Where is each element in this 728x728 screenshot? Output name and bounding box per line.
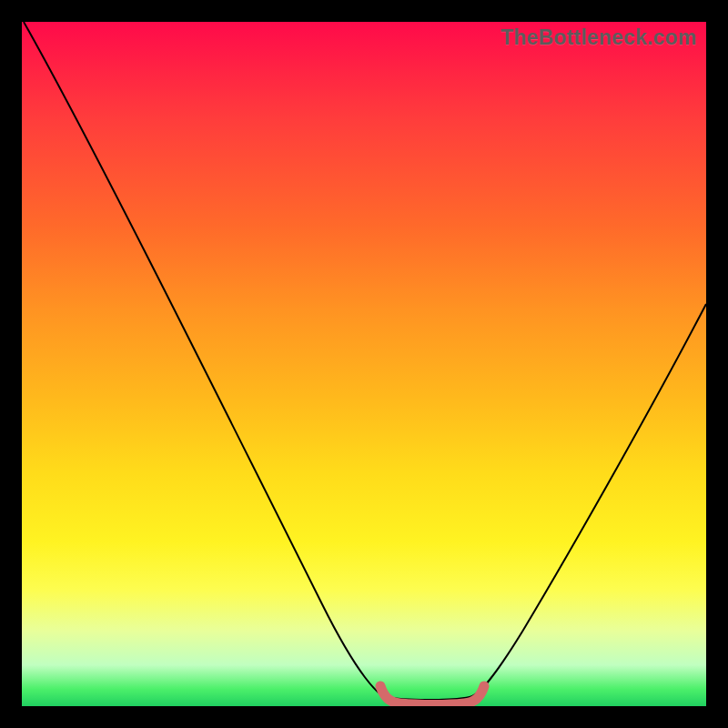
main-curve-path <box>24 22 706 700</box>
chart-curve <box>22 22 706 706</box>
chart-frame: TheBottleneck.com <box>22 22 706 706</box>
valley-highlight-path <box>380 686 484 705</box>
